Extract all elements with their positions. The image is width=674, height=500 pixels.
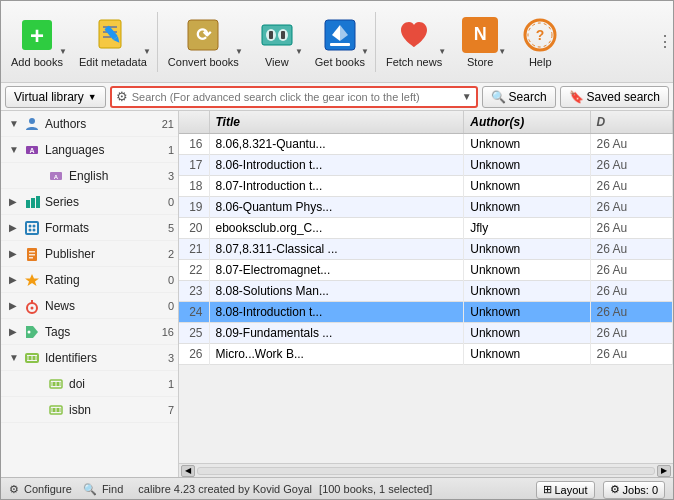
status-text-area: ⚙ Configure 🔍 Find calibre 4.23 created … xyxy=(9,483,536,496)
sidebar-item-news[interactable]: ▶ News 0 xyxy=(1,293,178,319)
convert-books-button[interactable]: ⟳ Convert books ▼ xyxy=(160,6,247,78)
table-row[interactable]: 20 ebooksclub.org_C... Jfly 26 Au xyxy=(179,218,673,239)
news-icon xyxy=(23,297,41,315)
virtual-library-button[interactable]: Virtual library ▼ xyxy=(5,86,106,108)
add-books-dropdown-arrow: ▼ xyxy=(59,47,67,56)
isbn-label: isbn xyxy=(69,403,164,417)
cell-title: 8.07-Electromagnet... xyxy=(209,260,464,281)
svg-point-32 xyxy=(33,224,36,227)
search-button[interactable]: 🔍 Search xyxy=(482,86,556,108)
isbn-icon xyxy=(47,401,65,419)
svg-point-33 xyxy=(29,228,32,231)
svg-rect-14 xyxy=(281,31,285,39)
cell-num: 21 xyxy=(179,239,209,260)
cell-author: Unknown xyxy=(464,134,590,155)
sidebar-item-english[interactable]: A English 3 xyxy=(1,163,178,189)
formats-count: 5 xyxy=(168,222,174,234)
h-scroll-right-arrow[interactable]: ▶ xyxy=(657,465,671,477)
sidebar-item-publisher[interactable]: ▶ Publisher 2 xyxy=(1,241,178,267)
cell-num: 22 xyxy=(179,260,209,281)
books-info: [100 books, 1 selected] xyxy=(319,483,432,495)
book-scroll-area[interactable]: Title Author(s) D 16 8.06,8.321-Quantu..… xyxy=(179,111,673,463)
col-header-date[interactable]: D xyxy=(590,111,672,134)
saved-search-button[interactable]: 🔖 Saved search xyxy=(560,86,669,108)
jobs-button[interactable]: ⚙ Jobs: 0 xyxy=(603,481,665,499)
cell-num: 23 xyxy=(179,281,209,302)
store-n-icon: N xyxy=(461,16,499,54)
sidebar-item-identifiers[interactable]: ▼ Identifiers 3 xyxy=(1,345,178,371)
table-row[interactable]: 23 8.08-Solutions Man... Unknown 26 Au xyxy=(179,281,673,302)
sidebar-item-rating[interactable]: ▶ Rating 0 xyxy=(1,267,178,293)
sidebar-item-series[interactable]: ▶ Series 0 xyxy=(1,189,178,215)
table-row[interactable]: 17 8.06-Introduction t... Unknown 26 Au xyxy=(179,155,673,176)
sidebar-item-doi[interactable]: doi 1 xyxy=(1,371,178,397)
find-label[interactable]: Find xyxy=(102,483,123,495)
cell-author: Unknown xyxy=(464,176,590,197)
svg-text:A: A xyxy=(29,147,34,154)
table-row[interactable]: 16 8.06,8.321-Quantu... Unknown 26 Au xyxy=(179,134,673,155)
help-button[interactable]: ? Help xyxy=(510,6,570,78)
col-header-author[interactable]: Author(s) xyxy=(464,111,590,134)
toolbar-divider-2 xyxy=(375,12,376,72)
table-row[interactable]: 21 8.07,8.311-Classical ... Unknown 26 A… xyxy=(179,239,673,260)
edit-metadata-icon xyxy=(94,16,132,54)
calibre-info: calibre 4.23 created by Kovid Goyal xyxy=(138,483,312,495)
view-dropdown-arrow: ▼ xyxy=(295,47,303,56)
cell-num: 18 xyxy=(179,176,209,197)
store-button[interactable]: N Store ▼ xyxy=(450,6,510,78)
view-button[interactable]: View ▼ xyxy=(247,6,307,78)
toolbar-overflow-icon[interactable]: ⋮ xyxy=(657,32,673,51)
authors-count: 21 xyxy=(162,118,174,130)
identifiers-count: 3 xyxy=(168,352,174,364)
cell-author: Unknown xyxy=(464,239,590,260)
table-row[interactable]: 25 8.09-Fundamentals ... Unknown 26 Au xyxy=(179,323,673,344)
search-gear-icon[interactable]: ⚙ xyxy=(116,89,128,104)
sidebar-item-isbn[interactable]: isbn 7 xyxy=(1,397,178,423)
sidebar-item-formats[interactable]: ▶ Formats 5 xyxy=(1,215,178,241)
view-label: View xyxy=(265,56,289,68)
help-icon: ? xyxy=(521,16,559,54)
table-row[interactable]: 24 8.08-Introduction t... Unknown 26 Au xyxy=(179,302,673,323)
cell-title: 8.07-Introduction t... xyxy=(209,176,464,197)
isbn-count: 7 xyxy=(168,404,174,416)
languages-expand-arrow: ▼ xyxy=(9,144,21,155)
add-books-button[interactable]: + Add books ▼ xyxy=(3,6,71,78)
svg-text:⟳: ⟳ xyxy=(196,25,212,45)
get-books-dropdown-arrow: ▼ xyxy=(361,47,369,56)
publisher-count: 2 xyxy=(168,248,174,260)
publisher-label: Publisher xyxy=(45,247,164,261)
get-books-icon xyxy=(321,16,359,54)
sidebar-item-tags[interactable]: ▶ Tags 16 xyxy=(1,319,178,345)
book-tbody: 16 8.06,8.321-Quantu... Unknown 26 Au 17… xyxy=(179,134,673,365)
cell-date: 26 Au xyxy=(590,155,672,176)
rating-label: Rating xyxy=(45,273,164,287)
cell-author: Unknown xyxy=(464,197,590,218)
table-row[interactable]: 26 Micro...Work B... Unknown 26 Au xyxy=(179,344,673,365)
svg-rect-13 xyxy=(269,31,273,39)
horizontal-scrollbar[interactable]: ◀ ▶ xyxy=(179,463,673,477)
search-button-label: Search xyxy=(509,90,547,104)
sidebar-item-languages[interactable]: ▼ A Languages 1 xyxy=(1,137,178,163)
svg-text:?: ? xyxy=(536,27,545,43)
cell-date: 26 Au xyxy=(590,302,672,323)
h-scroll-track[interactable] xyxy=(197,467,655,475)
sidebar-item-authors[interactable]: ▼ Authors 21 xyxy=(1,111,178,137)
toolbar-divider-1 xyxy=(157,12,158,72)
search-dropdown-arrow[interactable]: ▼ xyxy=(462,91,472,102)
col-header-num[interactable] xyxy=(179,111,209,134)
statusbar: ⚙ Configure 🔍 Find calibre 4.23 created … xyxy=(1,477,673,500)
cell-num: 26 xyxy=(179,344,209,365)
publisher-expand-arrow: ▶ xyxy=(9,248,21,259)
edit-metadata-button[interactable]: Edit metadata ▼ xyxy=(71,6,155,78)
sidebar: ▼ Authors 21 ▼ A Languages 1 xyxy=(1,111,179,477)
table-row[interactable]: 22 8.07-Electromagnet... Unknown 26 Au xyxy=(179,260,673,281)
table-row[interactable]: 18 8.07-Introduction t... Unknown 26 Au xyxy=(179,176,673,197)
h-scroll-left-arrow[interactable]: ◀ xyxy=(181,465,195,477)
search-input[interactable] xyxy=(132,91,462,103)
table-row[interactable]: 19 8.06-Quantum Phys... Unknown 26 Au xyxy=(179,197,673,218)
configure-label[interactable]: Configure xyxy=(24,483,72,495)
fetch-news-button[interactable]: Fetch news ▼ xyxy=(378,6,450,78)
col-header-title[interactable]: Title xyxy=(209,111,464,134)
layout-button[interactable]: ⊞ Layout xyxy=(536,481,595,499)
get-books-button[interactable]: Get books ▼ xyxy=(307,6,373,78)
